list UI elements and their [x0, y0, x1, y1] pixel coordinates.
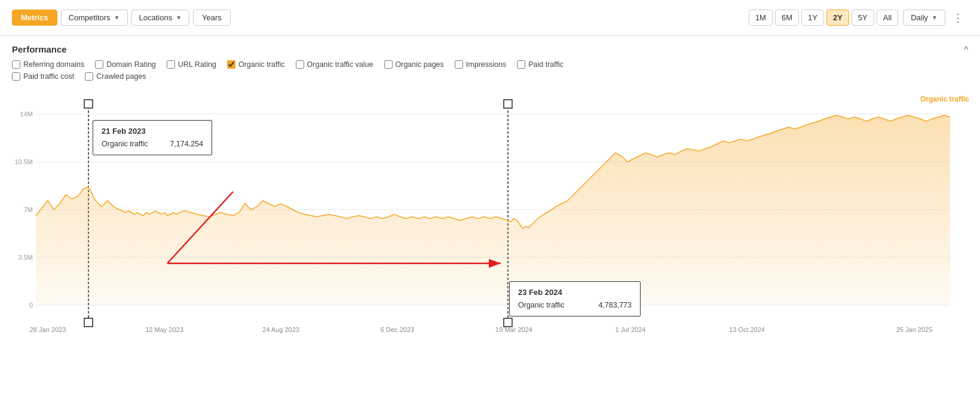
metric-url-rating[interactable]: URL Rating	[167, 60, 216, 69]
metric-organic-traffic-label: Organic traffic	[238, 60, 285, 69]
performance-section: Performance ^ Referring domains Domain R…	[0, 36, 980, 81]
time-controls: 1M 6M 1Y 2Y 5Y All Daily ▼ ⋮	[749, 8, 968, 27]
svg-text:13 Oct 2024: 13 Oct 2024	[729, 326, 765, 333]
svg-text:6 Dec 2023: 6 Dec 2023	[381, 326, 414, 333]
time-6m[interactable]: 6M	[775, 10, 799, 26]
svg-rect-11	[84, 100, 93, 108]
metric-impressions[interactable]: Impressions	[455, 60, 506, 69]
interval-label: Daily	[911, 13, 928, 22]
metrics-row-1: Referring domains Domain Rating URL Rati…	[12, 60, 968, 69]
time-all[interactable]: All	[877, 10, 898, 26]
tab-years[interactable]: Years	[193, 10, 231, 26]
nav-tabs: Metrics Competitors ▼ Locations ▼ Years	[12, 10, 231, 26]
metric-paid-traffic[interactable]: Paid traffic	[517, 60, 564, 69]
metric-organic-traffic-value-label: Organic traffic value	[307, 60, 373, 69]
tab-locations[interactable]: Locations ▼	[131, 10, 190, 26]
metric-paid-traffic-cost-label: Paid traffic cost	[23, 72, 74, 81]
svg-text:1 Jul 2024: 1 Jul 2024	[615, 326, 646, 333]
svg-text:14M: 14M	[20, 110, 33, 118]
metric-paid-traffic-checkbox[interactable]	[517, 60, 525, 69]
metric-impressions-checkbox[interactable]	[455, 60, 463, 69]
metric-paid-traffic-cost-checkbox[interactable]	[12, 72, 20, 81]
metric-referring-domains-checkbox[interactable]	[12, 60, 20, 69]
more-options-button[interactable]: ⋮	[948, 8, 968, 27]
metric-organic-traffic-value[interactable]: Organic traffic value	[296, 60, 373, 69]
collapse-button[interactable]: ^	[964, 45, 968, 54]
metric-crawled-pages[interactable]: Crawled pages	[85, 72, 146, 81]
svg-text:24 Aug 2023: 24 Aug 2023	[262, 326, 299, 333]
tab-metrics[interactable]: Metrics	[12, 10, 57, 26]
metric-organic-pages[interactable]: Organic pages	[384, 60, 444, 69]
metric-impressions-label: Impressions	[466, 60, 506, 69]
svg-rect-15	[504, 318, 512, 327]
metric-organic-traffic-checkbox[interactable]	[227, 60, 235, 69]
metric-paid-traffic-label: Paid traffic	[528, 60, 564, 69]
svg-text:7M: 7M	[24, 206, 33, 213]
svg-text:10.5M: 10.5M	[14, 158, 33, 165]
svg-text:3.5M: 3.5M	[19, 254, 33, 261]
metric-organic-traffic-value-checkbox[interactable]	[296, 60, 304, 69]
svg-text:28 Jan 2023: 28 Jan 2023	[30, 326, 66, 333]
interval-dropdown-arrow: ▼	[932, 14, 938, 21]
svg-rect-14	[504, 100, 512, 108]
svg-text:19 Mar 2024: 19 Mar 2024	[495, 326, 532, 333]
metric-organic-pages-checkbox[interactable]	[384, 60, 393, 69]
interval-button[interactable]: Daily ▼	[903, 10, 945, 26]
tab-competitors[interactable]: Competitors ▼	[61, 10, 128, 26]
metric-referring-domains-label: Referring domains	[23, 60, 84, 69]
competitors-dropdown-arrow: ▼	[114, 14, 120, 21]
metric-domain-rating[interactable]: Domain Rating	[95, 60, 156, 69]
metric-referring-domains[interactable]: Referring domains	[12, 60, 84, 69]
time-2y[interactable]: 2Y	[826, 10, 849, 26]
chart-container: Organic traffic 14M 10.5M 7M 3.5M 0	[0, 84, 980, 341]
metric-url-rating-label: URL Rating	[178, 60, 216, 69]
metric-crawled-pages-label: Crawled pages	[96, 72, 146, 81]
locations-dropdown-arrow: ▼	[176, 14, 182, 21]
chart-svg: 14M 10.5M 7M 3.5M 0 28 Jan 2023	[0, 84, 980, 341]
metric-organic-traffic[interactable]: Organic traffic	[227, 60, 285, 69]
svg-rect-12	[84, 318, 93, 327]
svg-text:12 May 2023: 12 May 2023	[145, 326, 183, 333]
time-1y[interactable]: 1Y	[801, 10, 824, 26]
metric-paid-traffic-cost[interactable]: Paid traffic cost	[12, 72, 74, 81]
top-bar: Metrics Competitors ▼ Locations ▼ Years …	[0, 0, 980, 36]
performance-header: Performance ^	[12, 44, 968, 54]
tab-locations-label: Locations	[139, 13, 173, 22]
metric-url-rating-checkbox[interactable]	[167, 60, 175, 69]
performance-title: Performance	[12, 44, 67, 54]
tab-competitors-label: Competitors	[69, 13, 111, 22]
svg-text:0: 0	[29, 302, 33, 309]
time-5y[interactable]: 5Y	[852, 10, 874, 26]
time-1m[interactable]: 1M	[749, 10, 773, 26]
metrics-row-2: Paid traffic cost Crawled pages	[12, 72, 968, 81]
metric-organic-pages-label: Organic pages	[396, 60, 444, 69]
metric-crawled-pages-checkbox[interactable]	[85, 72, 93, 81]
svg-text:25 Jan 2025: 25 Jan 2025	[896, 326, 933, 333]
metric-domain-rating-checkbox[interactable]	[95, 60, 103, 69]
metric-domain-rating-label: Domain Rating	[106, 60, 156, 69]
